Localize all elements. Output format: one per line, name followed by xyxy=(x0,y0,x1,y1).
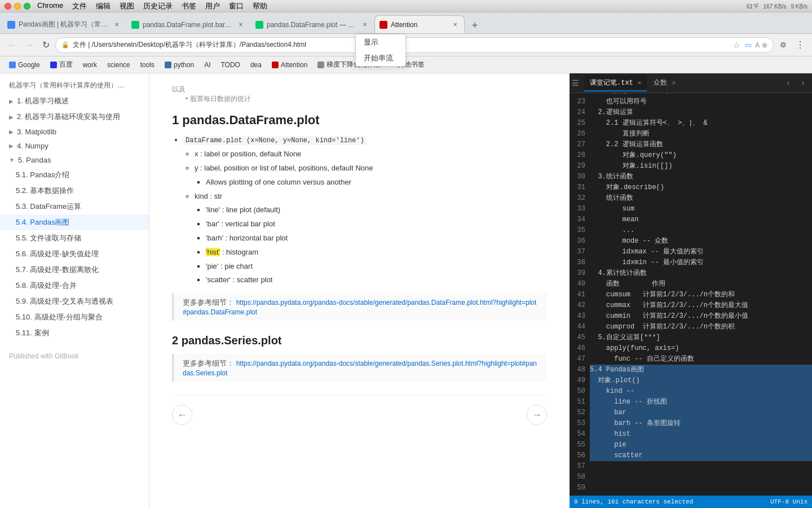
sidebar-toggle-icon[interactable]: ☰ xyxy=(572,78,583,88)
cast-icon[interactable]: ▭ xyxy=(745,41,752,49)
menu-button[interactable]: ⋮ xyxy=(793,38,807,52)
sidebar-item-5-8[interactable]: 5.8. 高级处理-合并 xyxy=(0,278,149,294)
bookmarks-bar: Google 百度 work science tools python AI T… xyxy=(0,56,812,73)
menu-window[interactable]: 窗口 xyxy=(229,1,244,11)
bookmark-science[interactable]: science xyxy=(103,59,135,71)
tab-pandas-plot[interactable]: Pandas画图 | 机器学习（常用… ✕ xyxy=(2,15,126,33)
sidebar-item-4[interactable]: ▶ 4. Numpy xyxy=(0,139,149,153)
prev-page-button[interactable]: ← xyxy=(172,405,192,425)
bookmark-work[interactable]: work xyxy=(78,59,102,71)
menu-help[interactable]: 帮助 xyxy=(253,1,267,11)
bookmark-label-attention: Attention xyxy=(281,61,307,69)
menu-history[interactable]: 历史记录 xyxy=(143,1,173,11)
menu-edit[interactable]: 编辑 xyxy=(96,1,111,11)
code-line-29: 29 对象.isin([]) xyxy=(570,161,812,172)
reload-button[interactable]: ↻ xyxy=(38,38,53,52)
bookmark-attention[interactable]: Attention xyxy=(267,59,312,71)
bookmark-dea[interactable]: dea xyxy=(246,59,266,71)
sidebar-item-5-3[interactable]: 5.3. DataFrame运算 xyxy=(0,199,149,214)
note2-block: 更多参考细节： https://pandas.pydata.org/pandas… xyxy=(172,354,547,382)
note2-link[interactable]: https://pandas.pydata.org/pandas-docs/st… xyxy=(183,360,537,377)
editor-tab-notes-close[interactable]: ✕ xyxy=(638,79,642,86)
sidebar-item-5-4[interactable]: 5.4. Pandas画图 xyxy=(0,214,149,230)
bookmark-label-work: work xyxy=(83,61,97,69)
bookmark-ai[interactable]: AI xyxy=(200,59,215,71)
sidebar-item-5-5[interactable]: 5.5. 文件读取与存储 xyxy=(0,230,149,246)
dropdown-item-show[interactable]: 显示 xyxy=(356,34,405,50)
sidebar-item-3[interactable]: ▶ 3. Matplotlib xyxy=(0,125,149,139)
star-icon[interactable]: ☆ xyxy=(733,41,740,50)
sidebar-label-5-1: 5.1. Pandas介绍 xyxy=(16,170,69,180)
tab-attention[interactable]: Attention ✕ xyxy=(374,15,465,33)
url-bar[interactable]: 🔒 文件 | /Users/sherwin/Desktop/机器学习（科学计算库… xyxy=(55,37,774,53)
maximize-button[interactable] xyxy=(24,3,30,10)
sidebar-item-5-11[interactable]: 5.11. 案例 xyxy=(0,325,149,341)
sidebar-item-5-6[interactable]: 5.6. 高级处理-缺失值处理 xyxy=(0,246,149,262)
menu-bookmarks[interactable]: 书签 xyxy=(182,1,196,11)
zoom-icon[interactable]: ⊕ xyxy=(762,41,767,49)
menu-view[interactable]: 视图 xyxy=(120,1,134,11)
line-number-45: 45 xyxy=(570,332,590,343)
menu-file[interactable]: 文件 xyxy=(72,1,87,11)
editor-tab-mode-close[interactable]: ✕ xyxy=(672,79,676,86)
tab-df-plot[interactable]: pandas.DataFrame.plot — p… ✕ xyxy=(250,15,374,33)
dropdown-item-stream[interactable]: 开始串流 xyxy=(356,50,405,66)
note1-link[interactable]: https://pandas.pydata.org/pandas-docs/st… xyxy=(183,299,536,316)
tab-barh[interactable]: pandas.DataFrame.plot.barh… ✕ xyxy=(126,15,250,33)
line-number-44: 44 xyxy=(570,322,590,332)
sidebar-item-5-7[interactable]: 5.7. 高级处理-数据离散化 xyxy=(0,262,149,278)
editor-arrow-left[interactable]: ‹ xyxy=(782,76,795,90)
sidebar-label-5-8: 5.8. 高级处理-合并 xyxy=(16,281,77,291)
editor-nav-arrows: ‹ › xyxy=(782,76,810,90)
extensions-button[interactable]: ⚙ xyxy=(776,38,791,52)
menu-chrome[interactable]: Chrome xyxy=(37,1,63,11)
line-number-27: 27 xyxy=(570,139,590,150)
tab-close-4[interactable]: ✕ xyxy=(451,20,460,29)
new-tab-button[interactable]: + xyxy=(467,17,483,33)
next-page-button[interactable]: → xyxy=(527,405,547,425)
sidebar-item-5-1[interactable]: 5.1. Pandas介绍 xyxy=(0,167,149,183)
bookmark-baidu[interactable]: 百度 xyxy=(46,58,77,71)
line-number-49: 49 xyxy=(570,375,590,386)
tab-close-2[interactable]: ✕ xyxy=(236,20,245,29)
tabs-bar: Pandas画图 | 机器学习（常用… ✕ pandas.DataFrame.p… xyxy=(0,12,812,34)
kind-sub-list: 'line' : line plot (default) 'bar' : ver… xyxy=(195,204,547,286)
sidebar-item-1[interactable]: ▶ 1. 机器学习概述 xyxy=(0,93,149,109)
sidebar-item-2[interactable]: ▶ 2. 机器学习基础环境安装与使用 xyxy=(0,109,149,125)
close-button[interactable] xyxy=(5,3,11,10)
sidebar-item-5-2[interactable]: 5.2. 基本数据操作 xyxy=(0,183,149,199)
menu-user[interactable]: 用户 xyxy=(205,1,220,11)
bookmark-todo[interactable]: TODO xyxy=(216,59,244,71)
editor-tab-mode[interactable]: 众数 ✕ xyxy=(648,75,681,91)
bookmark-tools[interactable]: tools xyxy=(136,59,159,71)
forward-button[interactable]: → xyxy=(21,38,36,52)
line-content-31: 对象.describe() xyxy=(590,182,812,193)
minimize-button[interactable] xyxy=(14,3,21,10)
translate-icon[interactable]: A xyxy=(755,41,760,49)
content-h1: 1 pandas.DataFrame.plot xyxy=(172,113,547,128)
sidebar-item-5-10[interactable]: 5.10. 高级处理-分组与聚合 xyxy=(0,309,149,325)
bookmark-favicon-gradient xyxy=(317,62,324,68)
tab-close-3[interactable]: ✕ xyxy=(360,20,369,29)
arrow-icon-3: ▶ xyxy=(9,129,14,135)
line-content-40: 函数 作用 xyxy=(590,279,812,290)
editor-tab-notes[interactable]: 课堂记笔.txt ✕ xyxy=(584,75,647,91)
line-content-53: barh -- 条形图旋转 xyxy=(590,418,812,429)
line-content-50: kind -- xyxy=(590,386,812,397)
sidebar-published: Published with GitBook xyxy=(0,341,149,371)
line-content-34: mean xyxy=(590,214,812,225)
bookmark-google[interactable]: Google xyxy=(5,59,45,71)
bookmark-favicon-attention xyxy=(272,62,279,68)
code-line-32: 32 统计函数 xyxy=(570,193,812,204)
back-button[interactable]: ← xyxy=(5,38,19,52)
sidebar-item-5-9[interactable]: 5.9. 高级处理-交叉表与透视表 xyxy=(0,294,149,309)
mac-status-text: 61°F 167 KB/s 9 KB/s xyxy=(747,3,807,10)
bookmark-python[interactable]: python xyxy=(160,59,198,71)
above-text-2: • 股票每日数据的统计 xyxy=(186,95,251,103)
sidebar-item-5[interactable]: ▼ 5. Pandas xyxy=(0,153,149,167)
editor-arrow-right[interactable]: › xyxy=(796,76,810,90)
code-line-36: 36 mode -- 众数 xyxy=(570,236,812,247)
code-signature: DataFrame.plot (x=None, y=None, kind='li… xyxy=(183,136,367,145)
code-line-53: 53 barh -- 条形图旋转 xyxy=(570,418,812,429)
tab-close-1[interactable]: ✕ xyxy=(112,20,121,29)
